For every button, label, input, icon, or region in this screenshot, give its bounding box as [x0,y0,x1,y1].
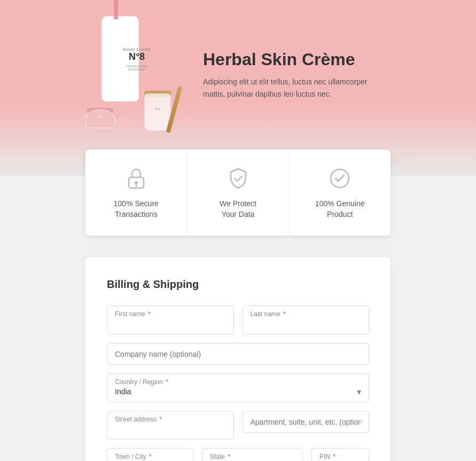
apt-field-wrapper [243,411,370,433]
address-row: Street address * [107,411,369,440]
product-image: Beauté & Health N°8 GENTLE SKINCLEANSER … [85,16,182,134]
last-name-required: * [282,310,286,318]
country-select-wrapper: India United States United Kingdom [115,387,361,396]
street-group: Street address * [107,411,234,440]
last-name-label: Last name * [251,310,362,318]
trust-item-secure: 100% SecureTransactions [85,150,188,236]
city-state-pin-row: Town / City * State * Select an option..… [107,448,369,461]
hero-title: Herbal Skin Crème [203,50,391,69]
last-name-field-wrapper: Last name * [243,306,370,334]
apt-group [243,411,370,440]
street-address-input[interactable] [115,425,226,433]
trust-label-data: We ProtectYour Data [220,199,256,220]
country-row: Country / Region * India United States U… [107,373,369,402]
trust-bar: 100% SecureTransactions We ProtectYour D… [85,150,391,236]
badge-check-icon [327,166,353,191]
state-field-wrapper: State * Select an option... Delhi Mahara… [202,448,303,461]
form-title: Billing & Shipping [107,278,369,291]
trust-item-data: We ProtectYour Data [188,150,290,236]
country-field-wrapper: Country / Region * India United States U… [107,373,369,402]
name-row: First name * Last name * [107,306,369,334]
pump-bottle: Beauté & Health N°8 GENTLE SKINCLEANSER [102,16,139,101]
company-name-input[interactable] [115,348,361,358]
street-label: Street address * [115,416,226,423]
svg-point-3 [331,169,349,187]
company-field-wrapper [107,343,369,365]
town-group: Town / City * [107,448,193,461]
town-field-wrapper: Town / City * [107,448,193,461]
pin-label: PIN * [319,453,361,460]
hero-description: Adipiscing elit ut elit tellus, luctus n… [203,76,391,100]
hero-text: Herbal Skin Crème Adipiscing elit ut eli… [203,50,391,100]
lock-icon [123,166,149,191]
glass-jar: N°8 [144,93,171,131]
first-name-label: First name * [115,310,226,318]
billing-form-section: Billing & Shipping First name * Last nam… [85,257,391,461]
pin-group: PIN * [311,448,369,461]
last-name-group: Last name * [243,306,370,334]
pin-field-wrapper: PIN * [311,448,369,461]
trust-label-secure: 100% SecureTransactions [114,199,159,220]
first-name-required: * [146,310,151,318]
company-group [107,343,369,365]
trust-item-genuine: 100% GenuineProduct [289,150,391,236]
state-group: State * Select an option... Delhi Mahara… [202,448,303,461]
first-name-group: First name * [107,306,234,334]
first-name-field-wrapper: First name * [107,306,234,334]
country-group: Country / Region * India United States U… [107,373,369,402]
street-field-wrapper: Street address * [107,411,234,440]
first-name-input[interactable] [115,319,226,328]
shield-check-icon [225,166,251,191]
small-jar: N°8 [85,110,115,128]
company-row [107,343,369,365]
country-select[interactable]: India United States United Kingdom [115,387,361,396]
trust-label-genuine: 100% GenuineProduct [315,199,365,220]
country-label: Country / Region * [115,378,361,386]
town-label: Town / City * [115,453,185,460]
apt-suite-input[interactable] [251,416,362,426]
state-label: State * [210,453,295,460]
last-name-input[interactable] [251,319,362,328]
